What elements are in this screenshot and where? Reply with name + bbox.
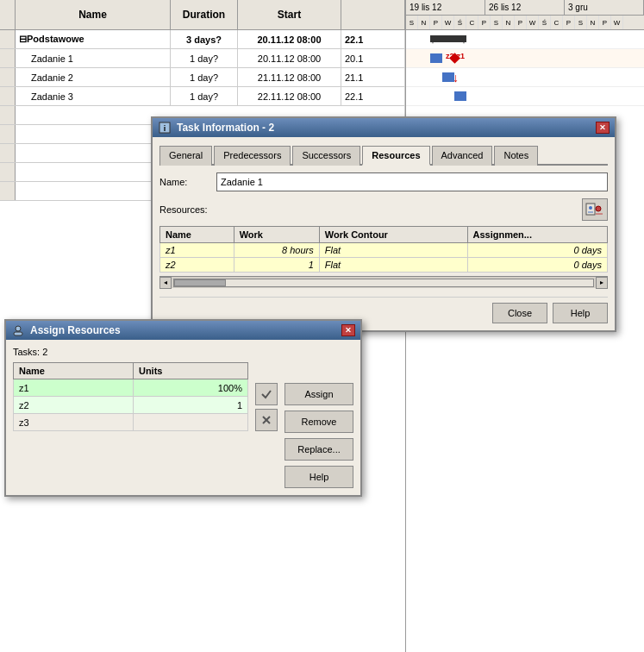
assign-side-buttons xyxy=(255,362,278,488)
row-num xyxy=(0,87,16,105)
gantt-day: S xyxy=(406,16,418,29)
gantt-row xyxy=(406,30,644,49)
resource-row-z1: z1 8 hours Flat 0 days xyxy=(160,243,608,258)
row-num xyxy=(0,144,16,162)
gantt-day: N xyxy=(587,16,599,29)
assign-button[interactable]: Assign xyxy=(284,383,353,405)
scroll-left-btn[interactable]: ◂ xyxy=(159,277,172,289)
resource-work: 8 hours xyxy=(234,243,319,258)
gantt-day: Ś xyxy=(539,16,551,29)
uncheck-icon-btn[interactable] xyxy=(255,409,278,431)
gantt-day: P xyxy=(478,16,491,29)
gantt-row: z2:z1 xyxy=(406,49,644,68)
tab-advanced[interactable]: Advanced xyxy=(432,146,493,166)
row-end: 22.1 xyxy=(341,30,405,48)
remove-button[interactable]: Remove xyxy=(284,411,353,433)
gantt-day: P xyxy=(430,16,442,29)
assign-table: Name Units z1 100% z2 1 xyxy=(13,362,248,431)
gantt-row xyxy=(406,87,644,106)
name-label: Name: xyxy=(159,177,211,187)
row-end: 21.1 xyxy=(341,68,405,86)
col-name-header: Name xyxy=(160,227,234,243)
col-contour-header: Work Contour xyxy=(319,227,467,243)
assign-units: 1 xyxy=(133,397,247,414)
resources-label: Resources: xyxy=(159,204,208,215)
scroll-right-btn[interactable]: ▸ xyxy=(596,277,608,289)
horizontal-scrollbar[interactable]: ◂ ▸ xyxy=(159,276,608,288)
assign-row-z2[interactable]: z2 1 xyxy=(14,397,248,414)
tab-predecessors[interactable]: Predecessors xyxy=(214,146,291,166)
task-info-titlebar[interactable]: i Task Information - 2 ✕ xyxy=(153,118,615,137)
resource-contour: Flat xyxy=(319,258,467,273)
col-name-header: Name xyxy=(16,0,171,29)
col-end-header xyxy=(341,0,405,29)
row-end: 20.1 xyxy=(341,49,405,67)
resource-row-z2: z2 1 Flat 0 days xyxy=(160,258,608,273)
gantt-day: W xyxy=(442,16,454,29)
assign-icon xyxy=(11,323,25,337)
assign-col-name-header: Name xyxy=(14,363,134,379)
row-num xyxy=(0,30,16,48)
gantt-bar xyxy=(430,53,442,63)
gantt-day: W xyxy=(611,16,623,29)
row-start: 21.11.12 08:00 xyxy=(238,68,341,86)
resource-name: z2 xyxy=(160,258,234,273)
tab-notes[interactable]: Notes xyxy=(494,146,538,166)
assign-name: z3 xyxy=(14,414,134,431)
row-num xyxy=(0,49,16,67)
assign-name: z2 xyxy=(14,397,134,414)
task-info-dialog: i Task Information - 2 ✕ General Predece… xyxy=(151,116,616,332)
scrollbar-track[interactable] xyxy=(173,279,594,287)
row-num xyxy=(0,182,16,200)
assign-title: Assign Resources xyxy=(30,324,121,336)
svg-point-5 xyxy=(596,206,601,211)
gantt-day: S xyxy=(575,16,587,29)
resources-table: Name Work Work Contour Assignmen... z1 8… xyxy=(159,226,608,273)
name-input[interactable] xyxy=(216,172,608,191)
row-duration: 1 day? xyxy=(171,49,238,67)
gantt-week-3: 3 gru xyxy=(565,0,644,15)
check-icon-btn[interactable] xyxy=(255,383,278,405)
tab-successors[interactable]: Successors xyxy=(292,146,360,166)
assign-row-z1[interactable]: z1 100% xyxy=(14,379,248,397)
gantt-day: N xyxy=(418,16,430,29)
svg-point-7 xyxy=(16,326,21,331)
resource-assignment: 0 days xyxy=(467,258,607,273)
resource-name: z1 xyxy=(160,243,234,258)
row-name: Zadanie 1 xyxy=(16,49,171,67)
gantt-day: C xyxy=(551,16,563,29)
gantt-week-1: 19 lis 12 xyxy=(406,0,485,15)
assign-help-button[interactable]: Help xyxy=(284,466,353,488)
row-start: 20.11.12 08:00 xyxy=(238,30,341,48)
tasks-label: Tasks: 2 xyxy=(13,347,353,357)
scrollbar-thumb[interactable] xyxy=(174,279,226,286)
assign-content: Tasks: 2 Name Units z1 100% xyxy=(6,340,360,495)
tab-resources[interactable]: Resources xyxy=(362,146,429,166)
gantt-week-header: 19 lis 12 26 lis 12 3 gru xyxy=(406,0,644,16)
gantt-day: P xyxy=(599,16,611,29)
help-button[interactable]: Help xyxy=(553,303,608,323)
row-end: 22.1 xyxy=(341,87,405,105)
task-info-close-btn[interactable]: ✕ xyxy=(596,122,610,134)
resources-icon-btn[interactable] xyxy=(582,198,608,221)
assign-action-buttons: Assign Remove Replace... Help xyxy=(284,362,353,488)
assign-titlebar[interactable]: Assign Resources ✕ xyxy=(6,321,360,340)
gantt-row: ↓ xyxy=(406,68,644,87)
tab-general[interactable]: General xyxy=(159,146,212,166)
assign-close-btn[interactable]: ✕ xyxy=(341,324,355,336)
name-field-row: Name: xyxy=(159,172,608,191)
row-start: 22.11.12 08:00 xyxy=(238,87,341,105)
close-button[interactable]: Close xyxy=(492,303,547,323)
task-info-tabbar: General Predecessors Successors Resource… xyxy=(159,144,608,166)
gantt-week-2: 26 lis 12 xyxy=(485,0,565,15)
row-duration: 3 days? xyxy=(171,30,238,48)
resources-header: Resources: xyxy=(159,198,608,221)
replace-button[interactable]: Replace... xyxy=(284,438,353,461)
assign-layout: Name Units z1 100% z2 1 xyxy=(13,362,353,488)
assign-row-z3[interactable]: z3 xyxy=(14,414,248,431)
gantt-bar xyxy=(454,91,466,101)
assign-units xyxy=(133,414,247,431)
task-info-content: General Predecessors Successors Resource… xyxy=(153,137,615,330)
gantt-day: P xyxy=(515,16,527,29)
row-name: Zadanie 2 xyxy=(16,68,171,86)
